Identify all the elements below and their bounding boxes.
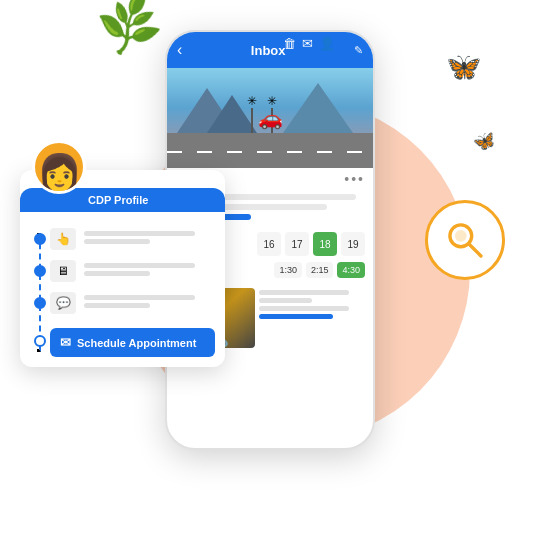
schedule-button-label: Schedule Appointment xyxy=(77,337,196,349)
time-slot-1:30[interactable]: 1:30 xyxy=(274,262,302,278)
butterfly-decoration-bottom: 🦋 xyxy=(471,128,498,155)
svg-point-2 xyxy=(455,230,467,242)
leaves-decoration: 🌿 xyxy=(94,0,167,57)
timeline-item-schedule: ✉ Schedule Appointment xyxy=(50,324,215,357)
cursor-icon-box: 👆 xyxy=(50,228,76,250)
tl-line-3b xyxy=(84,303,150,308)
cal-day-19[interactable]: 19 xyxy=(341,232,365,256)
time-slot-2:15[interactable]: 2:15 xyxy=(306,262,334,278)
bottom-text-lines xyxy=(259,288,365,348)
timeline-item-2: 🖥 xyxy=(50,260,215,282)
bottom-line-3 xyxy=(259,306,349,311)
chat-icon: 💬 xyxy=(56,296,71,310)
chat-icon-box: 💬 xyxy=(50,292,76,314)
cursor-icon: 👆 xyxy=(56,232,71,246)
phone-top-bar: ‹ Inbox 🗑 ✉ 👤 ✎ xyxy=(167,32,373,68)
profile-icon[interactable]: 👤 xyxy=(319,36,335,51)
timeline-dot-3 xyxy=(34,297,46,309)
svg-line-1 xyxy=(469,244,481,256)
tl-line-3a xyxy=(84,295,195,300)
search-icon-circle xyxy=(425,200,505,280)
mountain-3 xyxy=(283,83,353,133)
cal-day-16[interactable]: 16 xyxy=(257,232,281,256)
time-slot-4:30[interactable]: 4:30 xyxy=(337,262,365,278)
timeline-item-3: 💬 xyxy=(50,292,215,314)
timeline-lines-1 xyxy=(84,231,215,247)
trash-icon[interactable]: 🗑 xyxy=(283,36,296,51)
tl-line-2a xyxy=(84,263,195,268)
timeline-lines-2 xyxy=(84,263,215,279)
tl-line-1b xyxy=(84,239,150,244)
hero-image: ✳ ✳ 🚗 xyxy=(167,68,373,168)
road xyxy=(167,133,373,168)
cdp-timeline: 👆 🖥 xyxy=(30,228,215,357)
bottom-line-2 xyxy=(259,298,312,303)
avatar: 👩 xyxy=(32,140,86,194)
cal-day-17[interactable]: 17 xyxy=(285,232,309,256)
butterfly-decoration-top: 🦋 xyxy=(442,47,482,86)
car-icon: 🚗 xyxy=(258,106,283,130)
monitor-icon-box: 🖥 xyxy=(50,260,76,282)
monitor-icon: 🖥 xyxy=(57,264,69,278)
timeline-dot-2 xyxy=(34,265,46,277)
timeline-dot-1 xyxy=(34,233,46,245)
tl-line-1a xyxy=(84,231,195,236)
schedule-mail-icon: ✉ xyxy=(60,335,71,350)
cdp-title: CDP Profile xyxy=(88,194,148,206)
cal-day-18[interactable]: 18 xyxy=(313,232,337,256)
avatar-figure: 👩 xyxy=(37,155,82,191)
bottom-line-1 xyxy=(259,290,349,295)
windmill: ✳ xyxy=(247,102,257,133)
cdp-content: 👆 🖥 xyxy=(20,220,225,357)
schedule-appointment-button[interactable]: ✉ Schedule Appointment xyxy=(50,328,215,357)
edit-icon[interactable]: ✎ xyxy=(354,44,363,57)
timeline-item-1: 👆 xyxy=(50,228,215,250)
timeline-dot-4 xyxy=(34,335,46,347)
timeline-lines-3 xyxy=(84,295,215,311)
tl-line-2b xyxy=(84,271,150,276)
mail-icon[interactable]: ✉ xyxy=(302,36,313,51)
cdp-profile-card: 👩 CDP Profile 👆 xyxy=(20,170,225,367)
bottom-line-blue xyxy=(259,314,333,319)
phone-top-icons: 🗑 ✉ 👤 xyxy=(283,36,335,51)
